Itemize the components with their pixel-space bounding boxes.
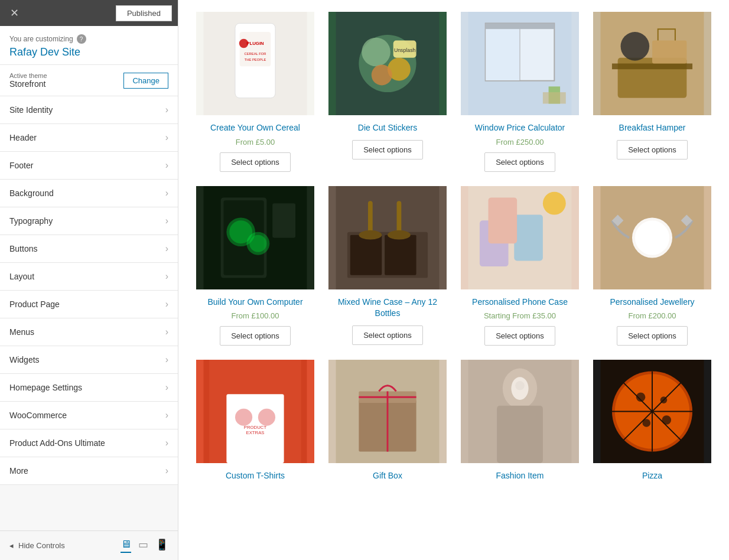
sidebar-item-label: Widgets <box>9 355 40 364</box>
arrow-left-icon: ◂ <box>9 541 14 550</box>
svg-point-11 <box>372 64 392 85</box>
product-image-jewellery <box>593 186 711 289</box>
svg-rect-32 <box>272 203 295 237</box>
theme-section: Active theme Storefront Change <box>0 65 178 96</box>
active-theme-label: Active theme <box>9 72 47 79</box>
select-options-button-window[interactable]: Select options <box>484 152 555 172</box>
product-name-window[interactable]: Window Price Calculator <box>475 122 565 134</box>
sidebar-item-homepage-settings[interactable]: Homepage Settings › <box>0 374 178 402</box>
product-image-fashion <box>461 360 579 463</box>
main-content: PLUGINCEREAL FORTHE PEOPLECreate Your Ow… <box>178 0 729 560</box>
product-card-wine: Mixed Wine Case – Any 12 BottlesSelect o… <box>328 186 447 346</box>
svg-point-38 <box>388 230 411 239</box>
sidebar-item-label: Homepage Settings <box>9 383 82 392</box>
svg-point-72 <box>636 393 646 402</box>
select-options-button-computer[interactable]: Select options <box>220 326 291 346</box>
help-icon[interactable]: ? <box>77 34 86 44</box>
chevron-right-icon: › <box>165 465 168 476</box>
chevron-right-icon: › <box>165 382 168 393</box>
published-button[interactable]: Published <box>116 5 172 21</box>
chevron-right-icon: › <box>165 132 168 143</box>
product-name-jewellery[interactable]: Personalised Jewellery <box>610 297 694 308</box>
product-image-computer <box>196 186 314 289</box>
product-card-jewellery: Personalised JewelleryFrom £200.00Select… <box>593 186 711 346</box>
product-name-fashion[interactable]: Fashion Item <box>496 470 544 482</box>
svg-point-74 <box>642 419 650 427</box>
sidebar-item-menus[interactable]: Menus › <box>0 318 178 346</box>
svg-point-64 <box>515 381 525 390</box>
chevron-right-icon: › <box>165 438 168 448</box>
site-info: You are customizing ? Rafay Dev Site <box>0 26 178 65</box>
product-name-computer[interactable]: Build Your Own Computer <box>207 297 302 308</box>
product-name-stickers[interactable]: Die Cut Stickers <box>358 122 417 134</box>
device-icons: 🖥 ▭ 📱 <box>121 538 168 553</box>
sidebar-item-woocommerce[interactable]: WooCommerce › <box>0 402 178 429</box>
product-name-phone[interactable]: Personalised Phone Case <box>472 297 568 308</box>
product-image-cereal: PLUGINCEREAL FORTHE PEOPLE <box>196 12 314 115</box>
svg-point-73 <box>660 396 668 403</box>
customizing-label: You are customizing ? <box>9 34 168 44</box>
product-name-hamper[interactable]: Breakfast Hamper <box>619 122 686 134</box>
chevron-right-icon: › <box>165 271 168 282</box>
hide-controls-label: Hide Controls <box>18 541 65 550</box>
sidebar-item-widgets[interactable]: Widgets › <box>0 346 178 374</box>
sidebar-item-label: Typography <box>9 216 53 226</box>
product-name-wine[interactable]: Mixed Wine Case – Any 12 Bottles <box>328 297 447 320</box>
sidebar-top-bar: ✕ Published <box>0 0 178 26</box>
svg-rect-19 <box>543 92 566 103</box>
chevron-right-icon: › <box>165 216 168 226</box>
hide-controls-button[interactable]: ◂ Hide Controls <box>9 541 65 550</box>
sidebar-item-footer[interactable]: Footer › <box>0 152 178 180</box>
sidebar-item-product-addons[interactable]: Product Add-Ons Ultimate › <box>0 429 178 457</box>
product-name-box[interactable]: Gift Box <box>373 470 402 482</box>
product-card-fashion: Fashion Item <box>461 360 579 482</box>
desktop-icon[interactable]: 🖥 <box>121 538 131 553</box>
sidebar-item-background[interactable]: Background › <box>0 180 178 207</box>
sidebar-item-header[interactable]: Header › <box>0 124 178 152</box>
sidebar-item-product-page[interactable]: Product Page › <box>0 291 178 318</box>
sidebar-item-label: More <box>9 466 28 476</box>
sidebar-item-label: Product Page <box>9 299 60 309</box>
sidebar-item-typography[interactable]: Typography › <box>0 207 178 235</box>
theme-info: Active theme Storefront <box>9 72 47 89</box>
tablet-icon[interactable]: ▭ <box>138 538 148 553</box>
product-card-tshirt: PRODUCTEXTRASCustom T-Shirts <box>196 360 314 482</box>
product-name-tshirt[interactable]: Custom T-Shirts <box>226 470 285 482</box>
product-image-phone <box>461 186 579 289</box>
product-name-pizza[interactable]: Pizza <box>642 470 662 482</box>
product-name-cereal[interactable]: Create Your Own Cereal <box>210 122 300 134</box>
close-button[interactable]: ✕ <box>6 5 22 21</box>
select-options-button-cereal[interactable]: Select options <box>220 152 291 172</box>
select-options-button-stickers[interactable]: Select options <box>352 140 423 159</box>
svg-rect-24 <box>652 41 686 64</box>
select-options-button-jewellery[interactable]: Select options <box>617 326 688 346</box>
sidebar-item-more[interactable]: More › <box>0 457 178 485</box>
sidebar-item-buttons[interactable]: Buttons › <box>0 235 178 263</box>
product-price-jewellery: From £200.00 <box>629 311 676 320</box>
product-card-cereal: PLUGINCEREAL FORTHE PEOPLECreate Your Ow… <box>196 12 314 172</box>
product-card-window: Window Price CalculatorFrom £250.00Selec… <box>461 12 579 172</box>
change-theme-button[interactable]: Change <box>123 73 168 89</box>
svg-text:EXTRAS: EXTRAS <box>246 431 264 436</box>
product-image-stickers: Unsplash <box>328 12 447 115</box>
svg-rect-41 <box>514 214 543 261</box>
svg-point-51 <box>235 409 252 426</box>
sidebar-item-site-identity[interactable]: Site Identity › <box>0 96 178 124</box>
sidebar-item-layout[interactable]: Layout › <box>0 263 178 291</box>
mobile-icon[interactable]: 📱 <box>155 538 168 553</box>
sidebar-item-label: WooCommerce <box>9 411 67 420</box>
chevron-right-icon: › <box>165 188 168 198</box>
sidebar-item-label: Buttons <box>9 244 37 253</box>
select-options-button-phone[interactable]: Select options <box>484 326 555 346</box>
select-options-button-wine[interactable]: Select options <box>352 325 423 345</box>
chevron-right-icon: › <box>165 160 168 171</box>
product-image-hamper <box>593 12 711 115</box>
select-options-button-hamper[interactable]: Select options <box>617 140 688 159</box>
svg-rect-36 <box>385 235 416 275</box>
sidebar-header: ✕ Published You are customizing ? Rafay … <box>0 0 178 96</box>
sidebar-item-label: Site Identity <box>9 105 53 115</box>
svg-rect-22 <box>612 64 692 70</box>
site-title[interactable]: Rafay Dev Site <box>9 46 168 58</box>
chevron-right-icon: › <box>165 105 168 115</box>
svg-point-37 <box>359 230 382 239</box>
